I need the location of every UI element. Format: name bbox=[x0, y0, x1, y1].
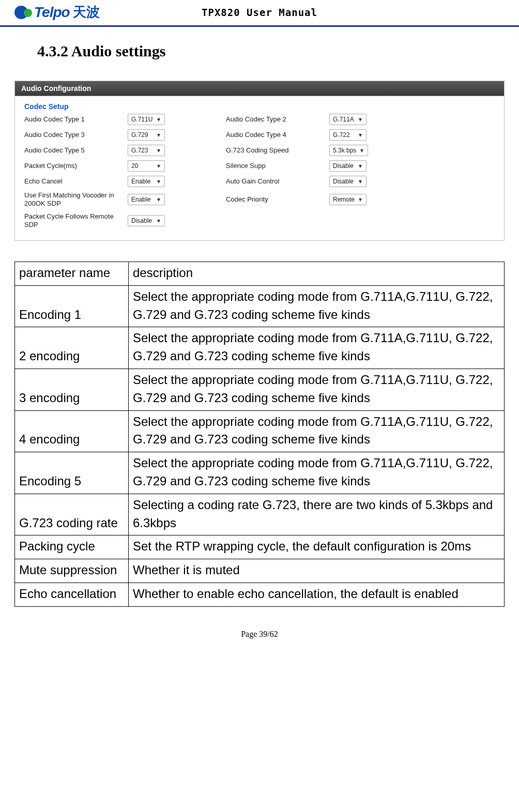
dropdown-value: Disable bbox=[333, 162, 354, 170]
dropdown-select[interactable]: 20▾ bbox=[128, 160, 165, 172]
dropdown-value: G.723 bbox=[131, 147, 148, 154]
dropdown-select[interactable]: Remote▾ bbox=[329, 194, 367, 205]
table-row: Encoding 1Select the appropriate coding … bbox=[15, 285, 505, 327]
form-label: Use First Matching Vocoder in 200OK SDP bbox=[24, 191, 128, 208]
chevron-down-icon: ▾ bbox=[357, 162, 364, 170]
table-row: Echo cancellationWhether to enable echo … bbox=[15, 583, 505, 606]
param-desc-cell: Select the appropriate coding mode from … bbox=[129, 410, 505, 452]
param-name-cell: Echo cancellation bbox=[15, 583, 129, 606]
form-label: Silence Supp bbox=[226, 162, 329, 170]
dropdown-value: 5.3k bps bbox=[333, 147, 356, 154]
table-header-cell: parameter name bbox=[15, 262, 129, 286]
form-label: Auto Gain Control bbox=[226, 177, 329, 186]
dropdown-value: G.722 bbox=[333, 131, 350, 139]
chevron-down-icon: ▾ bbox=[155, 116, 162, 123]
audio-config-panel: Audio Configuration Codec Setup Audio Co… bbox=[14, 81, 505, 241]
page-footer: Page 39/62 bbox=[0, 612, 519, 648]
chevron-down-icon: ▾ bbox=[357, 196, 364, 203]
dropdown-select[interactable]: G.711U▾ bbox=[128, 114, 165, 125]
chevron-down-icon: ▾ bbox=[155, 196, 162, 203]
dropdown-value: 20 bbox=[131, 162, 138, 170]
chevron-down-icon: ▾ bbox=[155, 217, 162, 224]
param-name-cell: Mute suppression bbox=[15, 559, 129, 583]
dropdown-select[interactable]: G.722▾ bbox=[329, 129, 367, 141]
dropdown-value: G.711A bbox=[333, 116, 354, 123]
form-label: Codec Priority bbox=[226, 195, 329, 204]
logo-text-cn: 天波 bbox=[73, 3, 100, 21]
dropdown-value: G.729 bbox=[131, 131, 148, 139]
chevron-down-icon: ▾ bbox=[155, 147, 162, 154]
param-name-cell: Encoding 5 bbox=[15, 452, 129, 494]
dropdown-select[interactable]: G.711A▾ bbox=[329, 114, 367, 125]
table-row: Encoding 5Select the appropriate coding … bbox=[15, 452, 505, 494]
table-row: 2 encodingSelect the appropriate coding … bbox=[15, 327, 505, 369]
chevron-down-icon: ▾ bbox=[358, 147, 365, 154]
dropdown-select[interactable]: Enable▾ bbox=[128, 194, 165, 205]
table-row: 4 encodingSelect the appropriate coding … bbox=[15, 410, 505, 452]
param-desc-cell: Whether it is muted bbox=[129, 559, 505, 583]
param-name-cell: 3 encoding bbox=[15, 369, 129, 410]
form-label: Packet Cycle Follows Remote SDP bbox=[24, 212, 128, 229]
chevron-down-icon: ▾ bbox=[155, 178, 162, 185]
chevron-down-icon: ▾ bbox=[357, 178, 364, 185]
logo-text-en: Telpo bbox=[34, 4, 70, 21]
param-desc-cell: Select the appropriate coding mode from … bbox=[129, 327, 505, 369]
param-desc-cell: Select the appropriate coding mode from … bbox=[129, 369, 505, 410]
dropdown-value: Enable bbox=[131, 196, 150, 203]
section-heading: 4.3.2 Audio settings bbox=[37, 42, 505, 60]
table-header-cell: description bbox=[129, 262, 505, 286]
form-label: Audio Codec Type 5 bbox=[24, 146, 128, 155]
table-row: Packing cycleSet the RTP wrapping cycle,… bbox=[15, 535, 505, 559]
dropdown-select[interactable]: 5.3k bps▾ bbox=[329, 145, 368, 156]
table-row: G.723 coding rateSelecting a coding rate… bbox=[15, 494, 505, 535]
form-label: Audio Codec Type 1 bbox=[24, 115, 128, 124]
dropdown-select[interactable]: Disable▾ bbox=[329, 176, 367, 187]
param-desc-cell: Selecting a coding rate G.723, there are… bbox=[129, 494, 505, 535]
form-label: Audio Codec Type 4 bbox=[226, 131, 329, 139]
dropdown-select[interactable]: G.723▾ bbox=[128, 145, 165, 156]
brand-logo: Telpo 天波 bbox=[14, 3, 100, 21]
dropdown-value: Disable bbox=[131, 217, 152, 224]
chevron-down-icon: ▾ bbox=[155, 131, 162, 139]
param-desc-cell: Select the appropriate coding mode from … bbox=[129, 452, 505, 494]
chevron-down-icon: ▾ bbox=[155, 162, 162, 170]
form-label: Echo Cancel bbox=[24, 177, 128, 186]
page-header: Telpo 天波 TPX820 User Manual bbox=[0, 0, 519, 27]
form-label: G.723 Coding Speed bbox=[226, 146, 329, 155]
dropdown-select[interactable]: Disable▾ bbox=[128, 215, 165, 226]
table-row: 3 encodingSelect the appropriate coding … bbox=[15, 369, 505, 410]
form-label: Audio Codec Type 2 bbox=[226, 115, 329, 124]
logo-icon bbox=[14, 4, 32, 21]
dropdown-value: Disable bbox=[333, 178, 354, 185]
param-desc-cell: Whether to enable echo cancellation, the… bbox=[129, 583, 505, 606]
chevron-down-icon: ▾ bbox=[357, 116, 364, 123]
dropdown-select[interactable]: G.729▾ bbox=[128, 129, 165, 141]
chevron-down-icon: ▾ bbox=[357, 131, 364, 139]
group-title: Codec Setup bbox=[24, 102, 495, 111]
dropdown-select[interactable]: Disable▾ bbox=[329, 160, 367, 172]
param-name-cell: 4 encoding bbox=[15, 410, 129, 452]
dropdown-select[interactable]: Enable▾ bbox=[128, 176, 165, 187]
dropdown-value: Remote bbox=[333, 196, 355, 203]
param-name-cell: Packing cycle bbox=[15, 535, 129, 559]
param-name-cell: G.723 coding rate bbox=[15, 494, 129, 535]
dropdown-value: Enable bbox=[131, 178, 150, 185]
param-name-cell: Encoding 1 bbox=[15, 285, 129, 327]
document-title: TPX820 User Manual bbox=[202, 7, 317, 18]
panel-title-bar: Audio Configuration bbox=[15, 81, 504, 96]
form-label: Audio Codec Type 3 bbox=[24, 131, 128, 139]
param-desc-cell: Set the RTP wrapping cycle, the default … bbox=[129, 535, 505, 559]
form-label: Packet Cycle(ms) bbox=[24, 162, 128, 170]
table-header-row: parameter namedescription bbox=[15, 262, 505, 286]
dropdown-value: G.711U bbox=[131, 116, 152, 123]
param-name-cell: 2 encoding bbox=[15, 327, 129, 369]
parameter-table: parameter namedescriptionEncoding 1Selec… bbox=[14, 262, 505, 607]
table-row: Mute suppressionWhether it is muted bbox=[15, 559, 505, 583]
codec-form-grid: Audio Codec Type 1G.711U▾Audio Codec Typ… bbox=[24, 114, 495, 229]
param-desc-cell: Select the appropriate coding mode from … bbox=[129, 285, 505, 327]
